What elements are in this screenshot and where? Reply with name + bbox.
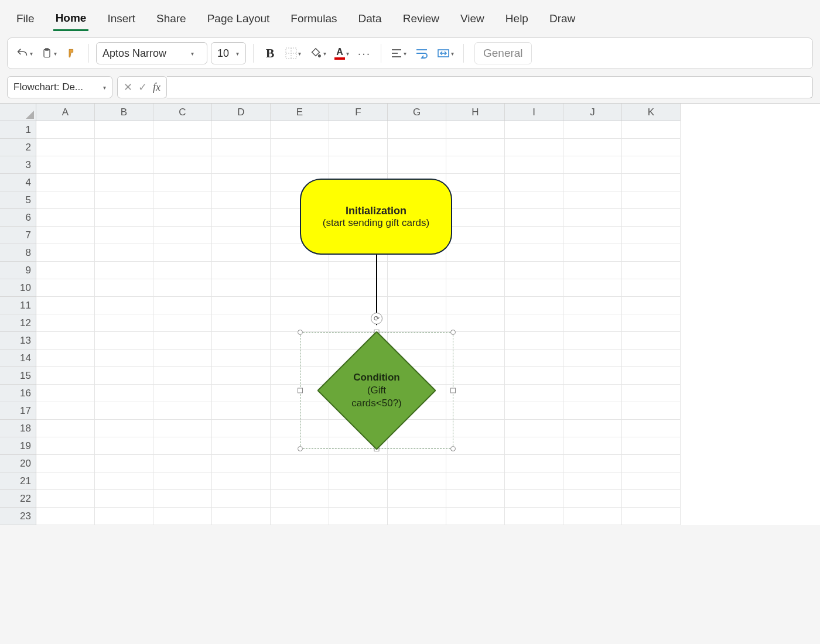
cell[interactable]	[329, 385, 388, 402]
tab-insert[interactable]: Insert	[105, 8, 138, 30]
cell[interactable]	[329, 472, 388, 490]
cell[interactable]	[95, 174, 153, 191]
column-header[interactable]: A	[36, 104, 95, 121]
cell[interactable]	[563, 437, 622, 455]
cell[interactable]	[153, 508, 212, 525]
cell[interactable]	[446, 490, 505, 508]
cell[interactable]	[622, 402, 681, 420]
cell[interactable]	[446, 156, 505, 174]
format-painter-button[interactable]	[63, 43, 81, 64]
row-header[interactable]: 4	[0, 174, 36, 191]
tab-page-layout[interactable]: Page Layout	[205, 8, 272, 30]
cell[interactable]	[271, 508, 329, 525]
cell[interactable]	[271, 332, 329, 350]
cell[interactable]	[95, 472, 153, 490]
cell[interactable]	[153, 367, 212, 385]
cell[interactable]	[212, 420, 271, 437]
cell[interactable]	[36, 472, 95, 490]
borders-button[interactable]: ▾	[283, 43, 303, 64]
cell[interactable]	[388, 279, 446, 297]
cell[interactable]	[505, 209, 563, 227]
cell[interactable]	[329, 437, 388, 455]
cell[interactable]	[271, 279, 329, 297]
cell[interactable]	[271, 367, 329, 385]
cell[interactable]	[271, 227, 329, 244]
cell[interactable]	[505, 490, 563, 508]
cell[interactable]	[505, 367, 563, 385]
row-header[interactable]: 23	[0, 508, 36, 525]
cell[interactable]	[505, 314, 563, 332]
cell[interactable]	[622, 490, 681, 508]
column-header[interactable]: F	[329, 104, 388, 121]
tab-home[interactable]: Home	[53, 7, 89, 31]
cell[interactable]	[563, 332, 622, 350]
cell[interactable]	[446, 350, 505, 367]
cell[interactable]	[446, 332, 505, 350]
cell[interactable]	[446, 174, 505, 191]
cell[interactable]	[505, 297, 563, 314]
cell[interactable]	[446, 121, 505, 139]
row-header[interactable]: 13	[0, 332, 36, 350]
cell[interactable]	[505, 174, 563, 191]
cell[interactable]	[212, 139, 271, 156]
cell[interactable]	[505, 350, 563, 367]
cell[interactable]	[388, 244, 446, 262]
tab-file[interactable]: File	[14, 8, 37, 30]
cell[interactable]	[446, 420, 505, 437]
cell[interactable]	[36, 174, 95, 191]
cell[interactable]	[271, 350, 329, 367]
cell[interactable]	[95, 385, 153, 402]
cell[interactable]	[271, 156, 329, 174]
cancel-formula-button[interactable]: ✕	[124, 81, 132, 94]
cell[interactable]	[622, 472, 681, 490]
cell[interactable]	[505, 508, 563, 525]
cell[interactable]	[212, 174, 271, 191]
clipboard-button[interactable]: ▾	[39, 43, 59, 64]
row-header[interactable]: 3	[0, 156, 36, 174]
cell[interactable]	[446, 191, 505, 209]
cell[interactable]	[622, 437, 681, 455]
cell[interactable]	[622, 156, 681, 174]
cell[interactable]	[563, 508, 622, 525]
row-header[interactable]: 9	[0, 262, 36, 279]
cell[interactable]	[95, 508, 153, 525]
cell[interactable]	[212, 472, 271, 490]
cell[interactable]	[622, 350, 681, 367]
cell[interactable]	[622, 191, 681, 209]
row-header[interactable]: 21	[0, 472, 36, 490]
cell[interactable]	[446, 297, 505, 314]
cell[interactable]	[505, 121, 563, 139]
cell[interactable]	[388, 385, 446, 402]
cell[interactable]	[153, 350, 212, 367]
cell[interactable]	[563, 209, 622, 227]
bold-button[interactable]: B	[261, 43, 279, 64]
cell[interactable]	[446, 367, 505, 385]
cell[interactable]	[622, 508, 681, 525]
cell[interactable]	[622, 227, 681, 244]
cell[interactable]	[388, 367, 446, 385]
formula-input[interactable]	[167, 76, 813, 98]
cell[interactable]	[329, 367, 388, 385]
cell[interactable]	[153, 385, 212, 402]
cell[interactable]	[446, 437, 505, 455]
cell[interactable]	[563, 262, 622, 279]
font-color-button[interactable]: A ▾	[332, 43, 351, 64]
cell[interactable]	[153, 455, 212, 472]
cell[interactable]	[505, 402, 563, 420]
cell[interactable]	[36, 350, 95, 367]
cell[interactable]	[563, 472, 622, 490]
cell[interactable]	[212, 367, 271, 385]
cell[interactable]	[329, 139, 388, 156]
row-header[interactable]: 10	[0, 279, 36, 297]
cell[interactable]	[212, 209, 271, 227]
cell[interactable]	[505, 191, 563, 209]
cell[interactable]	[153, 156, 212, 174]
cell[interactable]	[622, 314, 681, 332]
row-header[interactable]: 12	[0, 314, 36, 332]
cell[interactable]	[271, 490, 329, 508]
cell[interactable]	[505, 156, 563, 174]
row-header[interactable]: 8	[0, 244, 36, 262]
cell[interactable]	[212, 350, 271, 367]
cell[interactable]	[446, 209, 505, 227]
cell[interactable]	[329, 420, 388, 437]
